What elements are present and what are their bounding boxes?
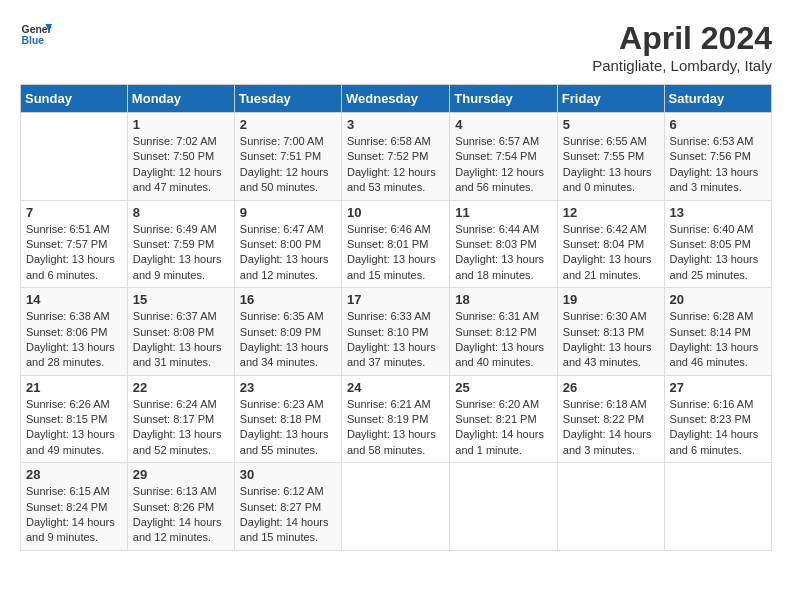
calendar-cell: 12Sunrise: 6:42 AM Sunset: 8:04 PM Dayli… (557, 200, 664, 288)
day-number: 1 (133, 117, 229, 132)
calendar-cell: 3Sunrise: 6:58 AM Sunset: 7:52 PM Daylig… (341, 113, 449, 201)
day-number: 10 (347, 205, 444, 220)
calendar-cell: 20Sunrise: 6:28 AM Sunset: 8:14 PM Dayli… (664, 288, 771, 376)
page-subtitle: Pantigliate, Lombardy, Italy (592, 57, 772, 74)
calendar-header-wednesday: Wednesday (341, 85, 449, 113)
calendar-week-row: 21Sunrise: 6:26 AM Sunset: 8:15 PM Dayli… (21, 375, 772, 463)
calendar-cell: 15Sunrise: 6:37 AM Sunset: 8:08 PM Dayli… (127, 288, 234, 376)
day-info: Sunrise: 6:24 AM Sunset: 8:17 PM Dayligh… (133, 397, 229, 459)
day-number: 2 (240, 117, 336, 132)
day-number: 16 (240, 292, 336, 307)
day-info: Sunrise: 6:26 AM Sunset: 8:15 PM Dayligh… (26, 397, 122, 459)
day-number: 19 (563, 292, 659, 307)
title-area: April 2024 Pantigliate, Lombardy, Italy (592, 20, 772, 74)
calendar-cell: 28Sunrise: 6:15 AM Sunset: 8:24 PM Dayli… (21, 463, 128, 551)
day-number: 9 (240, 205, 336, 220)
calendar-cell: 9Sunrise: 6:47 AM Sunset: 8:00 PM Daylig… (234, 200, 341, 288)
day-info: Sunrise: 6:30 AM Sunset: 8:13 PM Dayligh… (563, 309, 659, 371)
calendar-cell: 13Sunrise: 6:40 AM Sunset: 8:05 PM Dayli… (664, 200, 771, 288)
calendar-header-tuesday: Tuesday (234, 85, 341, 113)
day-info: Sunrise: 6:18 AM Sunset: 8:22 PM Dayligh… (563, 397, 659, 459)
svg-text:Blue: Blue (22, 35, 45, 46)
day-number: 21 (26, 380, 122, 395)
calendar-cell: 21Sunrise: 6:26 AM Sunset: 8:15 PM Dayli… (21, 375, 128, 463)
calendar-week-row: 1Sunrise: 7:02 AM Sunset: 7:50 PM Daylig… (21, 113, 772, 201)
day-number: 22 (133, 380, 229, 395)
page-title: April 2024 (592, 20, 772, 57)
day-info: Sunrise: 6:37 AM Sunset: 8:08 PM Dayligh… (133, 309, 229, 371)
day-info: Sunrise: 7:02 AM Sunset: 7:50 PM Dayligh… (133, 134, 229, 196)
calendar-cell: 14Sunrise: 6:38 AM Sunset: 8:06 PM Dayli… (21, 288, 128, 376)
calendar-cell: 18Sunrise: 6:31 AM Sunset: 8:12 PM Dayli… (450, 288, 558, 376)
day-info: Sunrise: 6:16 AM Sunset: 8:23 PM Dayligh… (670, 397, 766, 459)
calendar-table: SundayMondayTuesdayWednesdayThursdayFrid… (20, 84, 772, 551)
calendar-header-sunday: Sunday (21, 85, 128, 113)
day-info: Sunrise: 6:49 AM Sunset: 7:59 PM Dayligh… (133, 222, 229, 284)
calendar-cell: 22Sunrise: 6:24 AM Sunset: 8:17 PM Dayli… (127, 375, 234, 463)
day-number: 20 (670, 292, 766, 307)
day-number: 5 (563, 117, 659, 132)
day-number: 27 (670, 380, 766, 395)
calendar-cell: 27Sunrise: 6:16 AM Sunset: 8:23 PM Dayli… (664, 375, 771, 463)
day-info: Sunrise: 6:38 AM Sunset: 8:06 PM Dayligh… (26, 309, 122, 371)
day-number: 23 (240, 380, 336, 395)
calendar-cell (341, 463, 449, 551)
day-info: Sunrise: 7:00 AM Sunset: 7:51 PM Dayligh… (240, 134, 336, 196)
day-info: Sunrise: 6:46 AM Sunset: 8:01 PM Dayligh… (347, 222, 444, 284)
calendar-cell: 24Sunrise: 6:21 AM Sunset: 8:19 PM Dayli… (341, 375, 449, 463)
calendar-cell (557, 463, 664, 551)
day-number: 6 (670, 117, 766, 132)
day-info: Sunrise: 6:57 AM Sunset: 7:54 PM Dayligh… (455, 134, 552, 196)
calendar-cell: 30Sunrise: 6:12 AM Sunset: 8:27 PM Dayli… (234, 463, 341, 551)
calendar-cell: 11Sunrise: 6:44 AM Sunset: 8:03 PM Dayli… (450, 200, 558, 288)
day-info: Sunrise: 6:20 AM Sunset: 8:21 PM Dayligh… (455, 397, 552, 459)
calendar-cell (21, 113, 128, 201)
calendar-cell (664, 463, 771, 551)
calendar-header-friday: Friday (557, 85, 664, 113)
calendar-cell: 7Sunrise: 6:51 AM Sunset: 7:57 PM Daylig… (21, 200, 128, 288)
day-number: 25 (455, 380, 552, 395)
day-number: 15 (133, 292, 229, 307)
calendar-cell: 4Sunrise: 6:57 AM Sunset: 7:54 PM Daylig… (450, 113, 558, 201)
day-number: 17 (347, 292, 444, 307)
calendar-week-row: 7Sunrise: 6:51 AM Sunset: 7:57 PM Daylig… (21, 200, 772, 288)
calendar-cell: 17Sunrise: 6:33 AM Sunset: 8:10 PM Dayli… (341, 288, 449, 376)
calendar-header-thursday: Thursday (450, 85, 558, 113)
calendar-cell: 26Sunrise: 6:18 AM Sunset: 8:22 PM Dayli… (557, 375, 664, 463)
calendar-week-row: 14Sunrise: 6:38 AM Sunset: 8:06 PM Dayli… (21, 288, 772, 376)
day-info: Sunrise: 6:31 AM Sunset: 8:12 PM Dayligh… (455, 309, 552, 371)
calendar-cell: 16Sunrise: 6:35 AM Sunset: 8:09 PM Dayli… (234, 288, 341, 376)
calendar-header-saturday: Saturday (664, 85, 771, 113)
day-number: 11 (455, 205, 552, 220)
calendar-cell: 2Sunrise: 7:00 AM Sunset: 7:51 PM Daylig… (234, 113, 341, 201)
calendar-cell: 10Sunrise: 6:46 AM Sunset: 8:01 PM Dayli… (341, 200, 449, 288)
day-number: 4 (455, 117, 552, 132)
calendar-header-monday: Monday (127, 85, 234, 113)
day-info: Sunrise: 6:35 AM Sunset: 8:09 PM Dayligh… (240, 309, 336, 371)
day-info: Sunrise: 6:28 AM Sunset: 8:14 PM Dayligh… (670, 309, 766, 371)
day-info: Sunrise: 6:12 AM Sunset: 8:27 PM Dayligh… (240, 484, 336, 546)
logo-icon: General Blue (20, 20, 52, 48)
calendar-cell: 19Sunrise: 6:30 AM Sunset: 8:13 PM Dayli… (557, 288, 664, 376)
day-number: 7 (26, 205, 122, 220)
calendar-cell (450, 463, 558, 551)
day-info: Sunrise: 6:15 AM Sunset: 8:24 PM Dayligh… (26, 484, 122, 546)
day-number: 3 (347, 117, 444, 132)
day-info: Sunrise: 6:40 AM Sunset: 8:05 PM Dayligh… (670, 222, 766, 284)
day-number: 26 (563, 380, 659, 395)
day-info: Sunrise: 6:13 AM Sunset: 8:26 PM Dayligh… (133, 484, 229, 546)
calendar-cell: 1Sunrise: 7:02 AM Sunset: 7:50 PM Daylig… (127, 113, 234, 201)
day-info: Sunrise: 6:21 AM Sunset: 8:19 PM Dayligh… (347, 397, 444, 459)
day-info: Sunrise: 6:58 AM Sunset: 7:52 PM Dayligh… (347, 134, 444, 196)
day-info: Sunrise: 6:55 AM Sunset: 7:55 PM Dayligh… (563, 134, 659, 196)
day-info: Sunrise: 6:53 AM Sunset: 7:56 PM Dayligh… (670, 134, 766, 196)
day-info: Sunrise: 6:42 AM Sunset: 8:04 PM Dayligh… (563, 222, 659, 284)
logo: General Blue (20, 20, 52, 48)
day-number: 30 (240, 467, 336, 482)
day-info: Sunrise: 6:33 AM Sunset: 8:10 PM Dayligh… (347, 309, 444, 371)
calendar-cell: 5Sunrise: 6:55 AM Sunset: 7:55 PM Daylig… (557, 113, 664, 201)
calendar-header-row: SundayMondayTuesdayWednesdayThursdayFrid… (21, 85, 772, 113)
day-info: Sunrise: 6:44 AM Sunset: 8:03 PM Dayligh… (455, 222, 552, 284)
day-number: 18 (455, 292, 552, 307)
day-number: 8 (133, 205, 229, 220)
